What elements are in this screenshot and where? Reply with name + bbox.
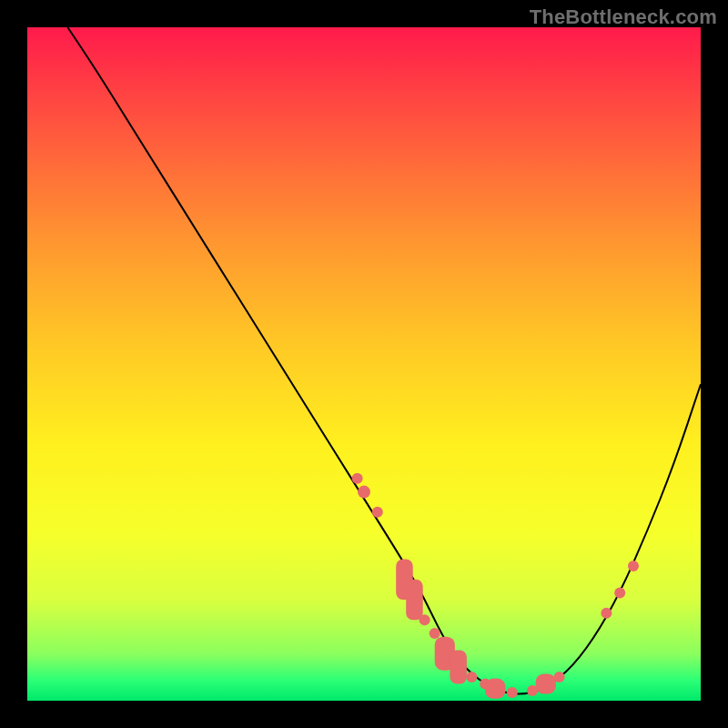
bottleneck-curve — [67, 27, 701, 694]
curve-marker — [406, 580, 423, 620]
curve-marker — [554, 672, 565, 682]
curve-marker — [420, 614, 430, 625]
attribution-text: TheBottleneck.com — [530, 5, 717, 29]
curve-marker — [536, 673, 556, 693]
curve-markers — [352, 473, 639, 699]
curve-marker — [485, 679, 505, 699]
curve-marker — [466, 672, 477, 682]
curve-marker — [430, 628, 440, 639]
chart-frame — [27, 27, 701, 701]
curve-marker — [628, 561, 639, 571]
curve-marker — [358, 486, 370, 499]
curve-marker — [352, 473, 363, 484]
curve-marker — [450, 651, 467, 684]
curve-marker — [614, 588, 625, 599]
curve-marker — [372, 507, 383, 518]
curve-marker — [601, 608, 612, 619]
curve-marker — [507, 687, 518, 698]
bottleneck-chart — [27, 27, 701, 701]
